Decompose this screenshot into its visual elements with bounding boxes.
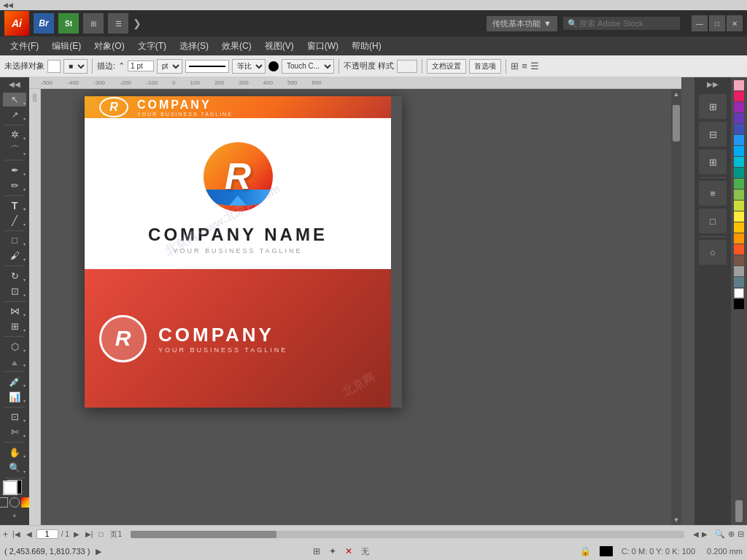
pathfinder-panel-icon[interactable]: ⊞	[699, 149, 727, 174]
horizontal-scrollbar[interactable]	[131, 531, 684, 538]
canvas-viewport[interactable]: R COMPANY YOUR BUSINESS TAGLINE R	[41, 89, 681, 525]
zoom-out-button[interactable]: 🔍	[715, 529, 725, 539]
swatch-brown[interactable]	[734, 255, 744, 265]
swatch-scroll[interactable]	[735, 310, 743, 525]
rotate-tool[interactable]: ↻▾	[3, 269, 26, 283]
br-logo[interactable]: Br	[34, 13, 54, 34]
toolbar-collapse-arrow[interactable]: ◀◀	[9, 80, 20, 88]
right-collapse-arrow[interactable]: ▶▶	[707, 80, 719, 88]
pencil-tool[interactable]: ✏▾	[3, 179, 26, 192]
shape-builder-tool[interactable]: ⬡▾	[3, 340, 26, 354]
align-icon[interactable]: ⊞	[511, 61, 519, 71]
opacity-swatch[interactable]	[397, 60, 417, 73]
coords-arrow[interactable]: ▶	[96, 547, 101, 556]
more-icon[interactable]: ☰	[530, 61, 539, 71]
page-prev-button[interactable]: ◀	[25, 530, 34, 538]
paintbrush-tool[interactable]: 🖌▾	[3, 249, 26, 262]
page-first-button[interactable]: |◀	[11, 530, 22, 538]
swatch-green[interactable]	[734, 179, 744, 189]
maximize-button[interactable]: □	[709, 15, 725, 31]
menu-effect[interactable]: 效果(C)	[216, 39, 258, 54]
transform-panel-icon[interactable]: ⊞	[699, 94, 727, 119]
swatch-orange[interactable]	[734, 233, 744, 244]
layers-panel-icon[interactable]: ≡	[699, 181, 727, 206]
artboards-panel-icon[interactable]: □	[699, 209, 727, 233]
color-swatch-status[interactable]	[600, 546, 613, 556]
swatch-blue[interactable]	[734, 135, 744, 145]
scroll-down-arrow[interactable]: ▼	[673, 516, 680, 524]
vertical-scrollbar[interactable]: ▲ ▼	[671, 89, 681, 525]
lasso-tool[interactable]: ⌒▾	[3, 143, 26, 157]
eyedropper-tool[interactable]: 💉▾	[3, 375, 26, 389]
menu-file[interactable]: 文件(F)	[4, 39, 44, 54]
zoom-in-button[interactable]: ⊕	[728, 529, 735, 539]
page-current-input[interactable]	[36, 529, 58, 539]
zoom-tool[interactable]: 🔍▾	[3, 461, 26, 475]
ai-logo[interactable]: Ai	[4, 11, 29, 36]
menu-edit[interactable]: 编辑(E)	[46, 39, 87, 54]
page-settings-button[interactable]: □	[97, 530, 104, 538]
distribute-icon[interactable]: ≡	[522, 61, 527, 71]
fill-swatch[interactable]	[47, 60, 61, 73]
stroke-width-input[interactable]	[128, 61, 154, 71]
fill-icon[interactable]	[0, 497, 8, 508]
menu-object[interactable]: 对象(O)	[88, 39, 130, 54]
touch-select[interactable]: Touch C...	[282, 59, 334, 74]
doc-settings-button[interactable]: 文档设置	[427, 59, 466, 74]
direct-selection-tool[interactable]: ↗▾	[3, 108, 26, 122]
swatch-magenta[interactable]	[734, 91, 744, 101]
line-tool[interactable]: ╱▾	[3, 214, 26, 228]
menu-window[interactable]: 窗口(W)	[301, 39, 344, 54]
page-last-button[interactable]: ▶|	[84, 530, 95, 538]
fill-stroke-swatches[interactable]	[3, 481, 26, 494]
hand-tool[interactable]: ✋▾	[3, 446, 26, 459]
view-toggle[interactable]: ⊞	[83, 13, 104, 34]
stroke-icon[interactable]	[9, 497, 20, 508]
warp-tool[interactable]: ⋈▾	[3, 304, 26, 318]
rectangle-tool[interactable]: □▾	[3, 234, 26, 248]
swatch-blue-gray[interactable]	[734, 277, 744, 287]
collapse-left-arrow[interactable]: ◀◀	[3, 1, 13, 9]
appearance-panel-icon[interactable]: ○	[699, 240, 727, 265]
swatch-yellow[interactable]	[734, 211, 744, 222]
grid-icon[interactable]: ⊞	[313, 546, 320, 556]
stroke-type-select[interactable]: 等比	[232, 59, 266, 74]
swatch-gray[interactable]	[734, 266, 744, 276]
scroll-thumb-v[interactable]	[673, 105, 680, 141]
scroll-thumb-h[interactable]	[131, 531, 276, 538]
swatch-scroll-thumb[interactable]	[735, 500, 743, 522]
header-arrow[interactable]: ❯	[133, 18, 142, 29]
swatch-deep-purple[interactable]	[734, 113, 744, 123]
canvas-area[interactable]: -500-400-300-200-1000100200300400500600 …	[29, 77, 694, 525]
swatch-pink[interactable]	[734, 80, 744, 90]
swatch-light-blue[interactable]	[734, 146, 744, 156]
swatch-indigo[interactable]	[734, 124, 744, 134]
view-toggle-2[interactable]: ☰	[108, 13, 128, 34]
close-button[interactable]: ✕	[727, 15, 743, 31]
swatch-amber[interactable]	[734, 222, 744, 233]
lock-icon[interactable]: 🔒	[580, 546, 591, 556]
magic-wand-tool[interactable]: ✲▾	[3, 128, 26, 141]
free-transform-tool[interactable]: ⊞▾	[3, 319, 26, 333]
gradient-icon[interactable]	[21, 497, 29, 508]
selection-tool[interactable]: ↖▾	[3, 93, 26, 106]
scroll-up-arrow[interactable]: ▲	[673, 90, 680, 98]
scroll-right-arrow[interactable]: ▶	[702, 530, 708, 538]
align-panel-icon[interactable]: ⊟	[699, 122, 727, 147]
swatch-lime[interactable]	[734, 201, 744, 211]
workspace-selector[interactable]: 传统基本功能 ▼	[487, 16, 557, 31]
slice-tool[interactable]: ✄▾	[3, 425, 26, 439]
perspective-tool[interactable]: ⟁▾	[3, 355, 26, 369]
text-tool[interactable]: T▾	[3, 198, 26, 212]
page-add-button[interactable]: +	[3, 529, 8, 540]
page-next-button[interactable]: ▶	[72, 530, 81, 538]
minimize-button[interactable]: —	[692, 15, 708, 31]
preferences-button[interactable]: 首选项	[469, 59, 501, 74]
swatch-cyan[interactable]	[734, 157, 744, 167]
add-art-button[interactable]: +	[9, 512, 20, 522]
scroll-left-arrow[interactable]: ◀	[693, 530, 699, 538]
stroke-unit-select[interactable]: pt	[157, 59, 182, 74]
zoom-fit-button[interactable]: ⊟	[738, 529, 744, 539]
menu-text[interactable]: 文字(T)	[132, 39, 172, 54]
menu-select[interactable]: 选择(S)	[174, 39, 214, 54]
